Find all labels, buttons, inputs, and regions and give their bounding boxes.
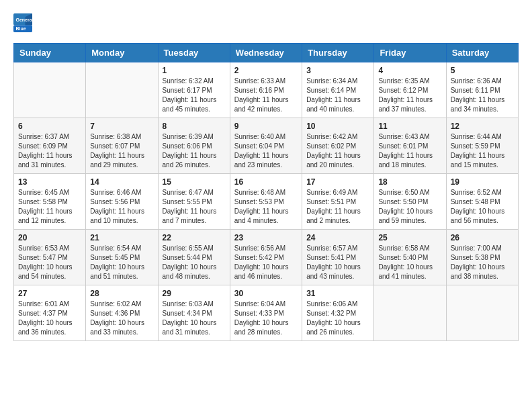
day-info: Sunrise: 6:39 AMSunset: 6:06 PMDaylight:…	[163, 132, 226, 170]
day-info: Sunrise: 6:06 AMSunset: 4:32 PMDaylight:…	[306, 300, 369, 337]
page-header: General Blue	[13, 13, 519, 32]
day-number: 4	[378, 66, 441, 75]
calendar-cell: 25Sunrise: 6:58 AMSunset: 5:40 PMDayligh…	[374, 230, 446, 285]
weekday-header-friday: Friday	[374, 44, 446, 62]
calendar-cell: 21Sunrise: 6:54 AMSunset: 5:45 PMDayligh…	[86, 230, 158, 285]
day-number: 24	[306, 233, 369, 242]
calendar-cell: 2Sunrise: 6:33 AMSunset: 6:16 PMDaylight…	[230, 62, 302, 118]
calendar-cell	[86, 62, 158, 118]
calendar-cell	[446, 285, 518, 341]
day-info: Sunrise: 6:36 AMSunset: 6:11 PMDaylight:…	[451, 77, 514, 114]
day-number: 8	[163, 122, 226, 131]
day-info: Sunrise: 6:44 AMSunset: 5:59 PMDaylight:…	[451, 132, 514, 170]
calendar-cell: 17Sunrise: 6:49 AMSunset: 5:51 PMDayligh…	[302, 174, 374, 230]
day-info: Sunrise: 6:01 AMSunset: 4:37 PMDaylight:…	[18, 300, 81, 337]
day-number: 31	[306, 289, 369, 298]
day-number: 26	[451, 233, 514, 242]
calendar-table: SundayMondayTuesdayWednesdayThursdayFrid…	[13, 43, 519, 341]
calendar-cell: 16Sunrise: 6:48 AMSunset: 5:53 PMDayligh…	[230, 174, 302, 230]
calendar-cell: 1Sunrise: 6:32 AMSunset: 6:17 PMDaylight…	[158, 62, 230, 118]
day-info: Sunrise: 6:56 AMSunset: 5:42 PMDaylight:…	[234, 244, 298, 281]
calendar-cell: 24Sunrise: 6:57 AMSunset: 5:41 PMDayligh…	[302, 230, 374, 285]
logo-icon: General Blue	[13, 13, 32, 32]
day-info: Sunrise: 6:37 AMSunset: 6:09 PMDaylight:…	[18, 132, 81, 170]
day-number: 12	[451, 122, 514, 131]
calendar-week-row: 1Sunrise: 6:32 AMSunset: 6:17 PMDaylight…	[14, 62, 519, 118]
day-info: Sunrise: 6:38 AMSunset: 6:07 PMDaylight:…	[90, 132, 153, 170]
day-info: Sunrise: 6:57 AMSunset: 5:41 PMDaylight:…	[306, 244, 369, 281]
calendar-cell: 7Sunrise: 6:38 AMSunset: 6:07 PMDaylight…	[86, 118, 158, 174]
day-info: Sunrise: 6:45 AMSunset: 5:58 PMDaylight:…	[18, 188, 81, 226]
day-info: Sunrise: 6:32 AMSunset: 6:17 PMDaylight:…	[163, 77, 226, 114]
calendar-cell: 19Sunrise: 6:52 AMSunset: 5:48 PMDayligh…	[446, 174, 518, 230]
weekday-header-saturday: Saturday	[446, 44, 518, 62]
calendar-cell: 12Sunrise: 6:44 AMSunset: 5:59 PMDayligh…	[446, 118, 518, 174]
day-info: Sunrise: 6:50 AMSunset: 5:50 PMDaylight:…	[378, 188, 441, 226]
weekday-header-thursday: Thursday	[302, 44, 374, 62]
day-number: 15	[163, 177, 226, 187]
day-number: 25	[378, 233, 441, 242]
day-number: 9	[234, 122, 298, 131]
day-info: Sunrise: 6:34 AMSunset: 6:14 PMDaylight:…	[306, 77, 369, 114]
day-info: Sunrise: 6:02 AMSunset: 4:36 PMDaylight:…	[90, 300, 153, 337]
calendar-cell: 13Sunrise: 6:45 AMSunset: 5:58 PMDayligh…	[14, 174, 86, 230]
day-number: 28	[90, 289, 153, 298]
calendar-cell: 27Sunrise: 6:01 AMSunset: 4:37 PMDayligh…	[14, 285, 86, 341]
day-number: 16	[234, 177, 298, 187]
day-info: Sunrise: 6:53 AMSunset: 5:47 PMDaylight:…	[18, 244, 81, 281]
calendar-week-row: 6Sunrise: 6:37 AMSunset: 6:09 PMDaylight…	[14, 118, 519, 174]
day-info: Sunrise: 7:00 AMSunset: 5:38 PMDaylight:…	[451, 244, 514, 281]
day-number: 14	[90, 177, 153, 187]
calendar-week-row: 20Sunrise: 6:53 AMSunset: 5:47 PMDayligh…	[14, 230, 519, 285]
day-info: Sunrise: 6:35 AMSunset: 6:12 PMDaylight:…	[378, 77, 441, 114]
calendar-cell: 15Sunrise: 6:47 AMSunset: 5:55 PMDayligh…	[158, 174, 230, 230]
calendar-week-row: 13Sunrise: 6:45 AMSunset: 5:58 PMDayligh…	[14, 174, 519, 230]
calendar-cell: 20Sunrise: 6:53 AMSunset: 5:47 PMDayligh…	[14, 230, 86, 285]
day-number: 2	[234, 66, 298, 75]
day-number: 7	[90, 122, 153, 131]
day-info: Sunrise: 6:55 AMSunset: 5:44 PMDaylight:…	[163, 244, 226, 281]
calendar-cell: 23Sunrise: 6:56 AMSunset: 5:42 PMDayligh…	[230, 230, 302, 285]
day-number: 6	[18, 122, 81, 131]
svg-text:Blue: Blue	[16, 26, 26, 31]
weekday-header-monday: Monday	[86, 44, 158, 62]
day-number: 17	[306, 177, 369, 187]
calendar-week-row: 27Sunrise: 6:01 AMSunset: 4:37 PMDayligh…	[14, 285, 519, 341]
calendar-cell: 22Sunrise: 6:55 AMSunset: 5:44 PMDayligh…	[158, 230, 230, 285]
calendar-cell: 3Sunrise: 6:34 AMSunset: 6:14 PMDaylight…	[302, 62, 374, 118]
day-number: 27	[18, 289, 81, 298]
day-number: 21	[90, 233, 153, 242]
calendar-cell: 9Sunrise: 6:40 AMSunset: 6:04 PMDaylight…	[230, 118, 302, 174]
day-number: 19	[451, 177, 514, 187]
day-number: 1	[163, 66, 226, 75]
day-number: 13	[18, 177, 81, 187]
calendar-cell: 8Sunrise: 6:39 AMSunset: 6:06 PMDaylight…	[158, 118, 230, 174]
day-info: Sunrise: 6:49 AMSunset: 5:51 PMDaylight:…	[306, 188, 369, 226]
day-info: Sunrise: 6:43 AMSunset: 6:01 PMDaylight:…	[378, 132, 441, 170]
day-number: 3	[306, 66, 369, 75]
calendar-cell: 31Sunrise: 6:06 AMSunset: 4:32 PMDayligh…	[302, 285, 374, 341]
day-info: Sunrise: 6:58 AMSunset: 5:40 PMDaylight:…	[378, 244, 441, 281]
calendar-cell: 30Sunrise: 6:04 AMSunset: 4:33 PMDayligh…	[230, 285, 302, 341]
weekday-header-sunday: Sunday	[14, 44, 86, 62]
day-info: Sunrise: 6:42 AMSunset: 6:02 PMDaylight:…	[306, 132, 369, 170]
day-number: 20	[18, 233, 81, 242]
calendar-cell: 6Sunrise: 6:37 AMSunset: 6:09 PMDaylight…	[14, 118, 86, 174]
calendar-cell: 29Sunrise: 6:03 AMSunset: 4:34 PMDayligh…	[158, 285, 230, 341]
calendar-cell: 5Sunrise: 6:36 AMSunset: 6:11 PMDaylight…	[446, 62, 518, 118]
weekday-header-tuesday: Tuesday	[158, 44, 230, 62]
calendar-cell: 4Sunrise: 6:35 AMSunset: 6:12 PMDaylight…	[374, 62, 446, 118]
day-number: 22	[163, 233, 226, 242]
day-number: 23	[234, 233, 298, 242]
day-number: 30	[234, 289, 298, 298]
day-number: 18	[378, 177, 441, 187]
calendar-cell: 28Sunrise: 6:02 AMSunset: 4:36 PMDayligh…	[86, 285, 158, 341]
day-info: Sunrise: 6:33 AMSunset: 6:16 PMDaylight:…	[234, 77, 298, 114]
calendar-cell	[14, 62, 86, 118]
day-number: 29	[163, 289, 226, 298]
calendar-cell: 10Sunrise: 6:42 AMSunset: 6:02 PMDayligh…	[302, 118, 374, 174]
calendar-cell: 14Sunrise: 6:46 AMSunset: 5:56 PMDayligh…	[86, 174, 158, 230]
calendar-cell: 18Sunrise: 6:50 AMSunset: 5:50 PMDayligh…	[374, 174, 446, 230]
day-info: Sunrise: 6:52 AMSunset: 5:48 PMDaylight:…	[451, 188, 514, 226]
day-number: 11	[378, 122, 441, 131]
